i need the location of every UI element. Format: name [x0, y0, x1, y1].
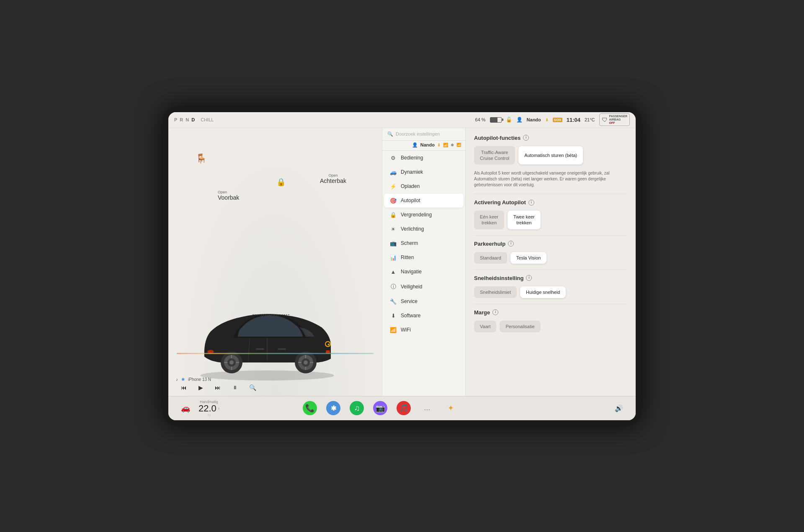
menu-item-bediening[interactable]: ⚙ Bediening: [384, 151, 464, 165]
music-area: ♪ ✱ iPhone 13 N ⏮ ▶ ⏭ ⏸ 🔍: [173, 376, 378, 393]
divider-1: [474, 194, 627, 194]
taskbar-car-section[interactable]: 🚗: [181, 403, 190, 413]
volume-button[interactable]: 🔊: [615, 404, 623, 412]
speed-arrows-bottom: ↑↓: [207, 413, 211, 417]
taskbar: 🚗 Handmatig 22.0 › ↑↓ 📞 ✱ ♫: [168, 396, 636, 420]
voorbak-label[interactable]: Open Voorbak: [218, 190, 239, 201]
airbag-label: PASSENGER: [609, 115, 627, 118]
user-icon-top: 👤: [516, 117, 523, 123]
music-button[interactable]: 🎵: [397, 401, 411, 415]
huidige-snelheid-button[interactable]: Huidige snelheid: [520, 286, 566, 298]
menu-item-opladen[interactable]: ⚡ Opladen: [384, 180, 464, 193]
traffic-aware-button[interactable]: Traffic-Aware Cruise Control: [474, 146, 515, 165]
tesla-vision-button[interactable]: Tesla Vision: [510, 252, 547, 264]
phone-button[interactable]: 📞: [303, 401, 317, 415]
personalisatie-button[interactable]: Personalisatie: [500, 321, 540, 332]
snelheidsinstelling-label: Snelheidsinstelling: [474, 275, 523, 281]
search-placeholder[interactable]: Doorzoek instellingen: [396, 131, 440, 136]
user-icon-menu: 👤: [412, 142, 418, 148]
passenger-airbag: 🛡 PASSENGER AIRBAG OFF: [599, 113, 630, 126]
bluetooth-status-icon: ✱: [451, 143, 454, 147]
more-dots-icon: ...: [424, 405, 430, 411]
bediening-label: Bediening: [401, 155, 423, 161]
camera-button[interactable]: 📷: [373, 401, 387, 415]
wifi-label: WiFi: [401, 327, 411, 333]
taskbar-right: 🔊: [615, 404, 623, 412]
marge-options-group: Vaart Personalisatie: [474, 321, 627, 332]
een-keer-button[interactable]: Eén keer trekken: [474, 211, 504, 229]
software-label: Software: [401, 313, 420, 319]
menu-item-dynamiek[interactable]: 🚙 Dynamiek: [384, 165, 464, 179]
airbag-icon: 🛡: [602, 116, 608, 123]
bluetooth-icon: ✱: [181, 377, 185, 382]
next-track-button[interactable]: ⏭: [215, 384, 221, 391]
autopilot-functies-info[interactable]: i: [523, 135, 529, 141]
vaart-button[interactable]: Vaart: [474, 321, 496, 332]
speed-arrows: ›: [218, 406, 219, 411]
menu-item-veiligheid[interactable]: ⓘ Veiligheid: [384, 279, 464, 294]
taskbar-car-icon: 🚗: [181, 403, 190, 413]
automatisch-sturen-button[interactable]: Automatisch sturen (béta): [518, 146, 583, 165]
bediening-icon: ⚙: [390, 155, 397, 161]
veiligheid-icon: ⓘ: [390, 283, 397, 290]
marge-label: Marge: [474, 309, 490, 316]
divider-4: [474, 304, 627, 304]
music-controls: ⏮ ▶ ⏭ ⏸ 🔍: [173, 383, 378, 393]
more-button[interactable]: ...: [420, 401, 434, 415]
top-status-bar: 64 % 🔓 👤 Nando ⬇ SOS 11:04 21°C: [475, 117, 595, 123]
navigatie-label: Navigatie: [401, 269, 422, 275]
multicolor-bar: [177, 353, 374, 354]
airbag-status: OFF: [609, 121, 627, 125]
search-bar: 🔍 Doorzoek instellingen: [382, 128, 465, 141]
twee-keer-button[interactable]: Twee keer trekken: [508, 211, 541, 229]
service-label: Service: [401, 298, 417, 304]
svg-point-4: [229, 360, 234, 365]
snelheidsinstelling-info[interactable]: i: [526, 275, 532, 281]
lock-icon[interactable]: 🔓: [506, 117, 512, 123]
menu-item-wifi[interactable]: 📶 WiFi: [384, 323, 464, 337]
autopilot-options-group: Traffic-Aware Cruise Control Automatisch…: [474, 146, 627, 165]
standaard-button[interactable]: Standaard: [474, 252, 507, 264]
bluetooth-device: iPhone 13 N: [188, 377, 211, 382]
search-music-button[interactable]: 🔍: [249, 384, 256, 391]
opladen-icon: ⚡: [390, 183, 397, 190]
voorbak-open-text: Open: [218, 190, 239, 194]
play-button[interactable]: ▶: [198, 384, 203, 391]
autopilot-label: Autopilot: [401, 198, 420, 203]
spotify-icon: ♫: [354, 404, 360, 413]
music-info: ♪ ✱ iPhone 13 N: [173, 376, 378, 383]
menu-item-ritten[interactable]: 📊 Ritten: [384, 251, 464, 265]
parkeerhulp-info[interactable]: i: [508, 241, 514, 247]
autopilot-description: Als Autopilot 5 keer wordt uitgeschakeld…: [474, 170, 616, 188]
wifi-icon: 📶: [390, 327, 397, 333]
menu-item-verlichting[interactable]: ☀ Verlichting: [384, 222, 464, 236]
drive-mode: CHILL: [201, 117, 214, 122]
spotify-button[interactable]: ♫: [350, 401, 364, 415]
stars-icon: ✦: [448, 403, 454, 413]
vergrendeling-icon: 🔒: [390, 212, 397, 218]
snelheidslimiet-button[interactable]: Snelheidslimiet: [474, 286, 517, 298]
gear-d: D: [191, 117, 195, 122]
prev-track-button[interactable]: ⏮: [181, 384, 187, 391]
voorbak-name: Voorbak: [218, 194, 239, 201]
stars-button[interactable]: ✦: [443, 401, 458, 415]
seat-alert-icon: 🪑: [196, 153, 207, 164]
achterbak-label[interactable]: Open Achterbak: [320, 173, 346, 184]
activering-info[interactable]: i: [528, 200, 534, 206]
user-name-top: Nando: [527, 117, 541, 122]
marge-info[interactable]: i: [492, 309, 498, 315]
divider-2: [474, 235, 627, 236]
download-icon-top: ⬇: [545, 118, 549, 122]
menu-item-software[interactable]: ⬇ Software: [384, 309, 464, 323]
menu-item-service[interactable]: 🔧 Service: [384, 295, 464, 308]
equalizer-icon: ⏸: [232, 385, 237, 391]
bluetooth-button[interactable]: ✱: [326, 401, 340, 415]
user-profile-row: 👤 Nando ⬇ 📶 ✱ 📶: [382, 141, 465, 151]
menu-item-scherm[interactable]: 📺 Scherm: [384, 236, 464, 250]
signal-bars-icon: 📶: [456, 143, 461, 147]
parkeerhulp-label: Parkeerhulp: [474, 241, 505, 247]
menu-item-navigatie[interactable]: ▲ Navigatie: [384, 265, 464, 279]
menu-item-autopilot[interactable]: 🎯 Autopilot: [384, 194, 464, 208]
menu-item-vergrendeling[interactable]: 🔒 Vergrendeling: [384, 208, 464, 222]
sos-badge[interactable]: SOS: [553, 118, 562, 122]
